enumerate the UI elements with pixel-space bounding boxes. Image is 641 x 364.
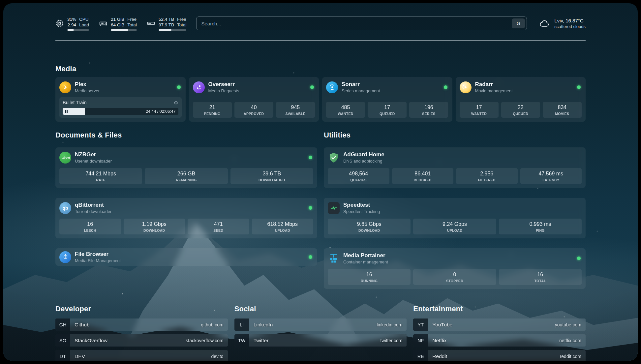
stat-latency: 47.569 msLATENCY <box>520 168 582 184</box>
service-name: Media Portainer <box>343 252 573 259</box>
bookmark-reddit[interactable]: RE Reddit reddit.com <box>413 350 586 361</box>
memory-progress-bar <box>111 29 137 31</box>
social-section: Social LI LinkedIn linkedin.com TW Twitt… <box>234 305 407 361</box>
service-name: qBittorrent <box>75 202 305 208</box>
bookmark-twitter[interactable]: TW Twitter twitter.com <box>234 334 407 347</box>
service-card-speedtest[interactable]: Speedtest Speedtest Tracking 9.65 GbpsDO… <box>324 198 586 238</box>
search-input[interactable] <box>201 21 512 26</box>
card-header: Plex Media server <box>59 81 182 93</box>
bookmark-netflix[interactable]: NF Netflix netflix.com <box>413 334 586 347</box>
stat-series: 196SERIES <box>409 102 448 118</box>
service-card-filebrowser[interactable]: File Browser Media File Management <box>55 248 317 266</box>
weather-widget[interactable]: Lviv, 16.87°C scattered clouds <box>538 18 586 29</box>
stat-value: 498,564 <box>329 170 388 177</box>
service-name: Radarr <box>475 81 574 88</box>
bookmark-domain: github.com <box>201 322 223 327</box>
service-subtitle: Torrent downloader <box>75 209 305 214</box>
dashboard-content: 31% CPU 2.94 Load <box>55 3 586 361</box>
service-name: Speedtest <box>343 202 582 208</box>
stat-blocked: 86,401BLOCKED <box>392 168 454 184</box>
stat-value: 834 <box>544 104 580 111</box>
card-header: Media Portainer Container management <box>328 252 582 264</box>
stat-value: 86,401 <box>393 170 452 177</box>
stat-ping: 0.993 msPING <box>499 219 582 234</box>
cpu-label: CPU <box>79 16 89 22</box>
stat-value: 9.24 Gbps <box>414 221 495 228</box>
memory-free-label: Free <box>127 16 137 22</box>
stat-rate: 744.21 MbpsRATE <box>59 168 142 184</box>
service-card-sonarr[interactable]: Sonarr Series management 485WANTED 17QUE… <box>322 77 452 122</box>
stat-value: 16 <box>500 271 580 278</box>
stat-value: 196 <box>411 104 447 111</box>
stat-filtered: 2,956FILTERED <box>456 168 518 184</box>
dashboard-screen: 31% CPU 2.94 Load <box>3 3 638 361</box>
stat-label: UPLOAD <box>414 228 495 232</box>
stat-download: 1.19 GbpsDOWNLOAD <box>124 219 185 234</box>
speedtest-icon <box>328 202 340 214</box>
service-card-qbittorrent[interactable]: qb qBittorrent Torrent downloader 16LEEC… <box>55 198 317 238</box>
search-bar[interactable]: G <box>196 16 527 30</box>
stat-label: WANTED <box>461 112 497 116</box>
bookmark-name: YouTube <box>432 322 555 328</box>
section-title-documents: Documents & Files <box>55 131 317 139</box>
service-subtitle: Container management <box>343 259 573 264</box>
bookmark-domain: netflix.com <box>559 338 581 343</box>
service-card-overseerr[interactable]: Overseerr Media Requests 21PENDING 40APP… <box>189 77 319 122</box>
section-title-entertainment: Entertainment <box>413 305 586 313</box>
bookmark-dev[interactable]: DT DEV dev.to <box>55 350 228 361</box>
service-name: Plex <box>75 81 173 88</box>
stat-value: 21 <box>194 104 230 111</box>
service-card-plex[interactable]: Plex Media server Bullet Train ⚙ <box>55 77 186 122</box>
stat-label: LATENCY <box>522 178 581 182</box>
status-dot <box>177 85 181 89</box>
plex-icon <box>59 81 71 93</box>
stat-upload: 618.52 MbpsUPLOAD <box>252 219 314 234</box>
stat-value: 17 <box>461 104 497 111</box>
bookmark-github[interactable]: GH Github github.com <box>55 318 228 331</box>
developer-section: Developer GH Github github.com SO StackO… <box>55 305 228 361</box>
stat-value: 40 <box>236 104 272 111</box>
bookmark-name: Reddit <box>432 353 560 359</box>
cpu-percent: 31% <box>67 16 76 22</box>
gear-icon[interactable]: ⚙ <box>174 100 178 105</box>
stat-value: 22 <box>503 104 539 111</box>
bookmark-domain: dev.to <box>211 354 224 359</box>
media-section: Media Plex Media server Bullet Train <box>55 65 586 122</box>
stat-label: AVAILABLE <box>277 112 314 116</box>
stat-label: SERIES <box>411 112 447 116</box>
bookmark-abbr: NF <box>413 334 428 347</box>
stats-row: 21PENDING 40APPROVED 945AVAILABLE <box>193 102 315 118</box>
playback-time: 24:44 / 02:06:47 <box>146 109 175 114</box>
adguard-icon <box>328 152 340 164</box>
stat-seed: 471SEED <box>188 219 249 234</box>
status-dot <box>310 85 314 89</box>
stat-download: 9.65 GbpsDOWNLOAD <box>328 219 411 234</box>
bookmark-name: LinkedIn <box>254 322 377 328</box>
service-name: Sonarr <box>342 81 440 88</box>
bookmark-abbr: RE <box>413 350 428 361</box>
sonarr-icon <box>326 81 338 93</box>
stat-value: 266 GB <box>146 170 226 177</box>
service-card-radarr[interactable]: Radarr Movie management 17WANTED 22QUEUE… <box>456 77 586 122</box>
stat-label: RATE <box>61 178 141 182</box>
stats-row: 485WANTED 17QUEUED 196SERIES <box>326 102 448 118</box>
stat-value: 744.21 Mbps <box>61 170 141 177</box>
header-divider <box>55 40 586 41</box>
disk-total-label: Total <box>177 22 187 28</box>
pause-icon <box>65 110 68 113</box>
stat-label: RUNNING <box>329 279 409 283</box>
bookmark-domain: twitter.com <box>380 338 402 343</box>
bookmark-youtube[interactable]: YT YouTube youtube.com <box>413 318 586 331</box>
stat-label: UPLOAD <box>253 228 312 232</box>
nzbget-icon: nzbget <box>59 152 71 164</box>
search-provider-button[interactable]: G <box>512 18 525 28</box>
bookmark-linkedin[interactable]: LI LinkedIn linkedin.com <box>234 318 407 331</box>
bookmark-stackoverflow[interactable]: SO StackOverflow stackoverflow.com <box>55 334 228 347</box>
status-dot <box>444 85 447 89</box>
service-name: AdGuard Home <box>343 151 582 158</box>
card-header: Radarr Movie management <box>460 81 582 93</box>
service-card-portainer[interactable]: Media Portainer Container management 16R… <box>324 248 586 289</box>
service-card-adguard[interactable]: AdGuard Home DNS and adblocking 498,564Q… <box>324 147 586 188</box>
service-subtitle: Series management <box>342 88 440 93</box>
service-card-nzbget[interactable]: nzbget NZBGet Usenet downloader 744.21 M… <box>55 147 317 188</box>
